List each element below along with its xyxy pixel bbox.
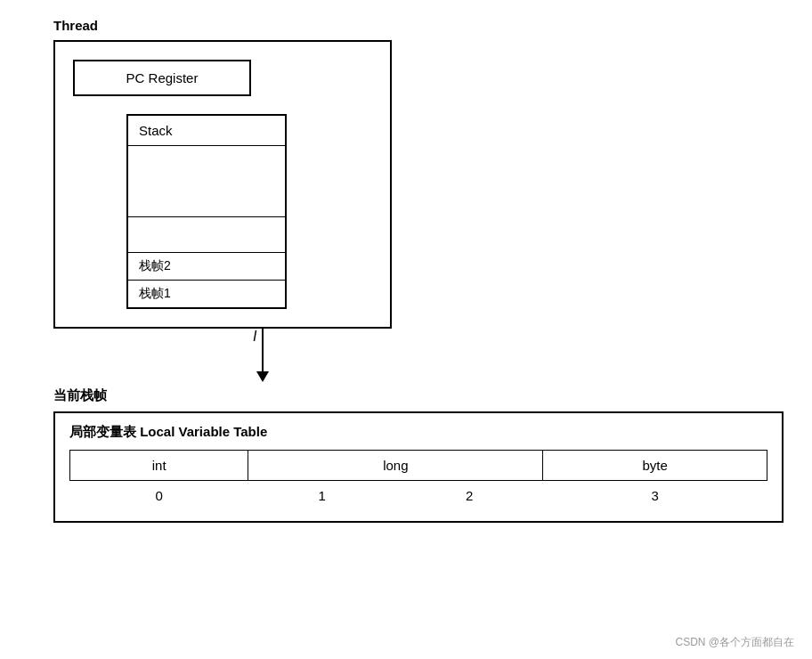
arrow-container: I (53, 329, 759, 382)
arrow-vertical (262, 327, 264, 371)
stack-box: Stack 栈帧2 栈帧1 (126, 114, 287, 309)
stack-frame2: 栈帧2 (128, 253, 285, 281)
thread-box: PC Register Stack 栈帧2 栈帧1 (53, 40, 392, 329)
stack-empty-mid (128, 217, 285, 253)
col-int: int (70, 451, 248, 481)
current-frame-label: 当前栈帧 (53, 387, 759, 404)
idx-2: 2 (395, 481, 542, 511)
pc-register-box: PC Register (73, 60, 251, 96)
thread-label: Thread (53, 18, 759, 33)
pc-register-label: PC Register (126, 70, 199, 85)
stack-frame1: 栈帧1 (128, 281, 285, 307)
idx-3: 3 (543, 481, 767, 511)
idx-1: 1 (248, 481, 395, 511)
col-byte: byte (543, 451, 767, 481)
stack-empty-top (128, 146, 285, 217)
current-frame-box: 局部变量表 Local Variable Table int long byte… (53, 411, 784, 523)
lvt-table: int long byte 0 1 2 3 (69, 450, 767, 510)
col-long: long (248, 451, 543, 481)
lvt-header-row: int long byte (70, 451, 767, 481)
watermark: CSDN @各个方面都自在 (675, 635, 794, 650)
main-container: Thread PC Register Stack 栈帧2 栈帧1 I 当前栈帧 … (0, 0, 812, 541)
stack-label: Stack (128, 116, 285, 146)
idx-0: 0 (70, 481, 248, 511)
lvt-index-row: 0 1 2 3 (70, 481, 767, 511)
arrow-head (256, 371, 269, 382)
arrow-line (256, 327, 269, 382)
lvt-title: 局部变量表 Local Variable Table (69, 424, 767, 441)
